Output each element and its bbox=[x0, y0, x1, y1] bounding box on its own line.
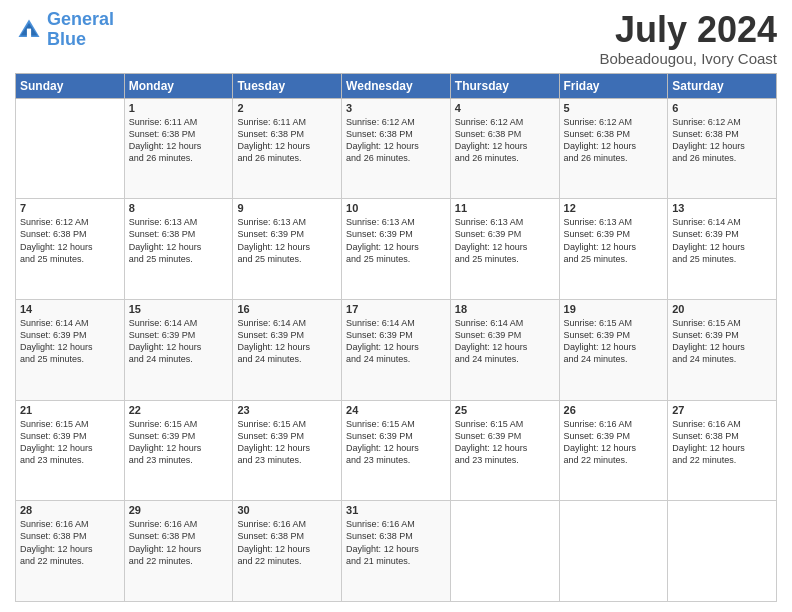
day-number: 9 bbox=[237, 202, 337, 214]
day-cell: 19Sunrise: 6:15 AM Sunset: 6:39 PM Dayli… bbox=[559, 299, 668, 400]
day-info: Sunrise: 6:16 AM Sunset: 6:38 PM Dayligh… bbox=[346, 518, 446, 567]
day-number: 20 bbox=[672, 303, 772, 315]
day-cell: 17Sunrise: 6:14 AM Sunset: 6:39 PM Dayli… bbox=[342, 299, 451, 400]
day-cell: 8Sunrise: 6:13 AM Sunset: 6:38 PM Daylig… bbox=[124, 199, 233, 300]
day-cell bbox=[559, 501, 668, 602]
day-cell bbox=[668, 501, 777, 602]
day-info: Sunrise: 6:12 AM Sunset: 6:38 PM Dayligh… bbox=[564, 116, 664, 165]
day-cell: 7Sunrise: 6:12 AM Sunset: 6:38 PM Daylig… bbox=[16, 199, 125, 300]
page: General Blue July 2024 Bobeadougou, Ivor… bbox=[0, 0, 792, 612]
day-info: Sunrise: 6:13 AM Sunset: 6:39 PM Dayligh… bbox=[564, 216, 664, 265]
day-number: 23 bbox=[237, 404, 337, 416]
day-cell: 3Sunrise: 6:12 AM Sunset: 6:38 PM Daylig… bbox=[342, 98, 451, 199]
day-info: Sunrise: 6:13 AM Sunset: 6:39 PM Dayligh… bbox=[455, 216, 555, 265]
day-info: Sunrise: 6:14 AM Sunset: 6:39 PM Dayligh… bbox=[346, 317, 446, 366]
day-cell: 1Sunrise: 6:11 AM Sunset: 6:38 PM Daylig… bbox=[124, 98, 233, 199]
day-info: Sunrise: 6:14 AM Sunset: 6:39 PM Dayligh… bbox=[672, 216, 772, 265]
day-cell: 26Sunrise: 6:16 AM Sunset: 6:39 PM Dayli… bbox=[559, 400, 668, 501]
logo-blue: Blue bbox=[47, 29, 86, 49]
logo-general: General bbox=[47, 9, 114, 29]
day-info: Sunrise: 6:14 AM Sunset: 6:39 PM Dayligh… bbox=[237, 317, 337, 366]
calendar-table: Sunday Monday Tuesday Wednesday Thursday… bbox=[15, 73, 777, 602]
day-info: Sunrise: 6:12 AM Sunset: 6:38 PM Dayligh… bbox=[672, 116, 772, 165]
day-number: 6 bbox=[672, 102, 772, 114]
day-info: Sunrise: 6:12 AM Sunset: 6:38 PM Dayligh… bbox=[20, 216, 120, 265]
day-number: 30 bbox=[237, 504, 337, 516]
day-info: Sunrise: 6:12 AM Sunset: 6:38 PM Dayligh… bbox=[346, 116, 446, 165]
week-row-4: 21Sunrise: 6:15 AM Sunset: 6:39 PM Dayli… bbox=[16, 400, 777, 501]
day-cell: 6Sunrise: 6:12 AM Sunset: 6:38 PM Daylig… bbox=[668, 98, 777, 199]
day-cell: 23Sunrise: 6:15 AM Sunset: 6:39 PM Dayli… bbox=[233, 400, 342, 501]
day-number: 31 bbox=[346, 504, 446, 516]
day-info: Sunrise: 6:13 AM Sunset: 6:39 PM Dayligh… bbox=[346, 216, 446, 265]
day-number: 26 bbox=[564, 404, 664, 416]
day-cell: 12Sunrise: 6:13 AM Sunset: 6:39 PM Dayli… bbox=[559, 199, 668, 300]
col-sunday: Sunday bbox=[16, 73, 125, 98]
day-number: 19 bbox=[564, 303, 664, 315]
col-friday: Friday bbox=[559, 73, 668, 98]
col-tuesday: Tuesday bbox=[233, 73, 342, 98]
day-number: 1 bbox=[129, 102, 229, 114]
day-info: Sunrise: 6:16 AM Sunset: 6:38 PM Dayligh… bbox=[20, 518, 120, 567]
day-number: 8 bbox=[129, 202, 229, 214]
day-cell: 25Sunrise: 6:15 AM Sunset: 6:39 PM Dayli… bbox=[450, 400, 559, 501]
day-cell: 10Sunrise: 6:13 AM Sunset: 6:39 PM Dayli… bbox=[342, 199, 451, 300]
logo-icon bbox=[15, 16, 43, 44]
week-row-3: 14Sunrise: 6:14 AM Sunset: 6:39 PM Dayli… bbox=[16, 299, 777, 400]
day-number: 11 bbox=[455, 202, 555, 214]
day-cell: 22Sunrise: 6:15 AM Sunset: 6:39 PM Dayli… bbox=[124, 400, 233, 501]
day-info: Sunrise: 6:16 AM Sunset: 6:38 PM Dayligh… bbox=[672, 418, 772, 467]
day-cell bbox=[16, 98, 125, 199]
day-cell: 27Sunrise: 6:16 AM Sunset: 6:38 PM Dayli… bbox=[668, 400, 777, 501]
header-row: Sunday Monday Tuesday Wednesday Thursday… bbox=[16, 73, 777, 98]
day-cell: 24Sunrise: 6:15 AM Sunset: 6:39 PM Dayli… bbox=[342, 400, 451, 501]
day-info: Sunrise: 6:14 AM Sunset: 6:39 PM Dayligh… bbox=[455, 317, 555, 366]
day-number: 12 bbox=[564, 202, 664, 214]
day-info: Sunrise: 6:15 AM Sunset: 6:39 PM Dayligh… bbox=[346, 418, 446, 467]
day-number: 10 bbox=[346, 202, 446, 214]
day-info: Sunrise: 6:13 AM Sunset: 6:39 PM Dayligh… bbox=[237, 216, 337, 265]
day-number: 13 bbox=[672, 202, 772, 214]
day-number: 16 bbox=[237, 303, 337, 315]
logo-text: General Blue bbox=[47, 10, 114, 50]
day-info: Sunrise: 6:16 AM Sunset: 6:38 PM Dayligh… bbox=[237, 518, 337, 567]
day-info: Sunrise: 6:13 AM Sunset: 6:38 PM Dayligh… bbox=[129, 216, 229, 265]
day-number: 17 bbox=[346, 303, 446, 315]
day-number: 4 bbox=[455, 102, 555, 114]
day-number: 28 bbox=[20, 504, 120, 516]
col-wednesday: Wednesday bbox=[342, 73, 451, 98]
week-row-2: 7Sunrise: 6:12 AM Sunset: 6:38 PM Daylig… bbox=[16, 199, 777, 300]
day-cell bbox=[450, 501, 559, 602]
day-info: Sunrise: 6:14 AM Sunset: 6:39 PM Dayligh… bbox=[129, 317, 229, 366]
day-cell: 16Sunrise: 6:14 AM Sunset: 6:39 PM Dayli… bbox=[233, 299, 342, 400]
day-cell: 4Sunrise: 6:12 AM Sunset: 6:38 PM Daylig… bbox=[450, 98, 559, 199]
week-row-5: 28Sunrise: 6:16 AM Sunset: 6:38 PM Dayli… bbox=[16, 501, 777, 602]
day-number: 14 bbox=[20, 303, 120, 315]
day-number: 29 bbox=[129, 504, 229, 516]
day-number: 24 bbox=[346, 404, 446, 416]
day-number: 25 bbox=[455, 404, 555, 416]
col-monday: Monday bbox=[124, 73, 233, 98]
location: Bobeadougou, Ivory Coast bbox=[599, 50, 777, 67]
day-info: Sunrise: 6:15 AM Sunset: 6:39 PM Dayligh… bbox=[20, 418, 120, 467]
day-info: Sunrise: 6:11 AM Sunset: 6:38 PM Dayligh… bbox=[237, 116, 337, 165]
day-number: 5 bbox=[564, 102, 664, 114]
day-info: Sunrise: 6:16 AM Sunset: 6:39 PM Dayligh… bbox=[564, 418, 664, 467]
day-info: Sunrise: 6:15 AM Sunset: 6:39 PM Dayligh… bbox=[672, 317, 772, 366]
day-cell: 14Sunrise: 6:14 AM Sunset: 6:39 PM Dayli… bbox=[16, 299, 125, 400]
day-cell: 13Sunrise: 6:14 AM Sunset: 6:39 PM Dayli… bbox=[668, 199, 777, 300]
day-cell: 30Sunrise: 6:16 AM Sunset: 6:38 PM Dayli… bbox=[233, 501, 342, 602]
day-info: Sunrise: 6:14 AM Sunset: 6:39 PM Dayligh… bbox=[20, 317, 120, 366]
col-thursday: Thursday bbox=[450, 73, 559, 98]
day-cell: 20Sunrise: 6:15 AM Sunset: 6:39 PM Dayli… bbox=[668, 299, 777, 400]
day-info: Sunrise: 6:15 AM Sunset: 6:39 PM Dayligh… bbox=[237, 418, 337, 467]
day-cell: 11Sunrise: 6:13 AM Sunset: 6:39 PM Dayli… bbox=[450, 199, 559, 300]
day-cell: 31Sunrise: 6:16 AM Sunset: 6:38 PM Dayli… bbox=[342, 501, 451, 602]
day-cell: 18Sunrise: 6:14 AM Sunset: 6:39 PM Dayli… bbox=[450, 299, 559, 400]
day-info: Sunrise: 6:12 AM Sunset: 6:38 PM Dayligh… bbox=[455, 116, 555, 165]
title-block: July 2024 Bobeadougou, Ivory Coast bbox=[599, 10, 777, 67]
day-cell: 2Sunrise: 6:11 AM Sunset: 6:38 PM Daylig… bbox=[233, 98, 342, 199]
month-year: July 2024 bbox=[599, 10, 777, 50]
week-row-1: 1Sunrise: 6:11 AM Sunset: 6:38 PM Daylig… bbox=[16, 98, 777, 199]
header: General Blue July 2024 Bobeadougou, Ivor… bbox=[15, 10, 777, 67]
